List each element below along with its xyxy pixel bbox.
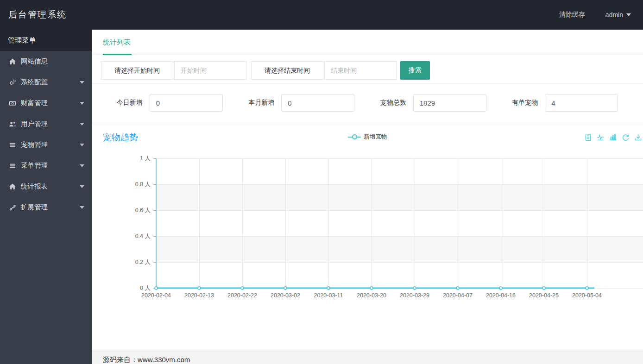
legend-item-new-pets[interactable]: 新增宠物: [92, 133, 643, 141]
end-date-input[interactable]: [324, 61, 397, 80]
stat-label: 有单宠物: [512, 99, 538, 107]
chevron-down-icon: [80, 102, 84, 105]
clear-cache-button[interactable]: 清除缓存: [559, 11, 585, 19]
tab-active-underline: [103, 54, 132, 55]
chart-plot: 1 人0.8 人0.6 人0.4 人0.2 人0 人2020-02-042020…: [92, 146, 643, 301]
list-icon: [8, 141, 17, 149]
x-axis-label: 2020-04-25: [523, 292, 565, 299]
home-icon: [8, 183, 17, 190]
money-icon: [8, 100, 17, 107]
stat-pet-total: 宠物总数: [367, 94, 499, 112]
chevron-down-icon: [80, 123, 84, 126]
stat-label: 本月新增: [248, 99, 274, 107]
sidebar-item-label: 宠物管理: [21, 140, 48, 149]
x-axis-label: 2020-03-20: [350, 292, 393, 299]
y-axis-label: 0.6 人: [92, 206, 151, 214]
end-date-picker: 请选择结束时间: [251, 61, 397, 80]
sidebar-item-site-info[interactable]: 网站信息: [0, 51, 92, 72]
users-icon: [8, 120, 17, 128]
sidebar-item-reports[interactable]: 统计报表: [0, 176, 92, 197]
x-axis-label: 2020-02-22: [221, 292, 264, 299]
chevron-down-icon: [80, 164, 84, 167]
x-axis-label: 2020-02-13: [178, 292, 221, 299]
restore-icon[interactable]: [622, 133, 630, 141]
sidebar-item-menus[interactable]: 菜单管理: [0, 155, 92, 176]
chart-toolbar: [584, 133, 642, 141]
x-axis-label: 2020-04-16: [479, 292, 522, 299]
start-date-label-button[interactable]: 请选择开始时间: [101, 61, 173, 80]
sidebar-item-system-config[interactable]: 系统配置: [0, 72, 92, 93]
app-title: 后台管理系统: [8, 9, 67, 21]
sidebar-item-pets[interactable]: 宠物管理: [0, 134, 92, 155]
chevron-down-icon: [626, 13, 631, 16]
data-view-icon[interactable]: [584, 133, 592, 141]
tab-statistics[interactable]: 统计列表: [103, 30, 131, 55]
y-axis-label: 0.2 人: [92, 258, 151, 266]
user-name: admin: [605, 11, 623, 19]
sidebar-item-label: 系统配置: [21, 78, 48, 87]
sidebar-item-label: 扩展管理: [21, 203, 48, 212]
y-axis-label: 0.4 人: [92, 232, 151, 240]
sidebar-item-wealth[interactable]: 财富管理: [0, 93, 92, 113]
gears-icon: [8, 79, 17, 86]
y-axis-label: 0 人: [92, 284, 151, 292]
chevron-down-icon: [80, 206, 84, 209]
download-icon[interactable]: [634, 133, 642, 141]
user-menu[interactable]: admin: [605, 11, 631, 19]
stat-pets-with-orders: 有单宠物: [499, 94, 631, 112]
wrench-icon: [8, 204, 17, 211]
end-date-label-button[interactable]: 请选择结束时间: [251, 61, 323, 80]
chart-header: 宠物趋势 新增宠物: [92, 130, 643, 146]
legend-label: 新增宠物: [364, 133, 387, 141]
footer: 源码来自：www.330vm.com: [92, 351, 643, 364]
start-date-input[interactable]: [174, 61, 246, 80]
stat-label: 宠物总数: [380, 99, 406, 107]
stat-label: 今日新增: [117, 99, 143, 107]
line-chart-icon[interactable]: [597, 133, 605, 141]
x-axis-label: 2020-02-04: [135, 292, 177, 299]
chevron-down-icon: [80, 144, 84, 146]
sidebar-item-label: 菜单管理: [21, 161, 48, 170]
tab-bar: 统计列表: [92, 30, 643, 55]
sidebar-item-extensions[interactable]: 扩展管理: [0, 197, 92, 218]
stat-today-new-input[interactable]: [150, 94, 223, 112]
legend-line-marker-icon: [348, 137, 361, 138]
chevron-down-icon: [80, 81, 84, 84]
stats-row: 今日新增 本月新增 宠物总数 有单宠物: [92, 84, 643, 123]
chevron-down-icon: [80, 185, 84, 188]
footer-text: 源码来自：www.330vm.com: [103, 351, 643, 364]
sidebar-item-label: 网站信息: [21, 57, 48, 66]
x-axis-label: 2020-03-11: [307, 292, 350, 299]
sidebar-header: 管理菜单: [0, 30, 92, 51]
search-button[interactable]: 搜索: [400, 61, 430, 80]
sidebar: 管理菜单 网站信息 系统配置 财富管理 用户管理: [0, 30, 92, 364]
sidebar-item-label: 财富管理: [21, 99, 48, 107]
sidebar-item-users[interactable]: 用户管理: [0, 113, 92, 134]
admin-app: 后台管理系统 清除缓存 admin 管理菜单 网站信息 系统配置: [0, 0, 643, 364]
stat-month-new: 本月新增: [236, 94, 368, 112]
stat-today-new: 今日新增: [104, 94, 236, 112]
y-axis-label: 0.8 人: [92, 180, 151, 188]
stat-pets-with-orders-input[interactable]: [545, 94, 618, 112]
y-axis-label: 1 人: [92, 154, 151, 163]
list-icon: [8, 162, 17, 169]
x-axis-label: 2020-03-02: [264, 292, 307, 299]
topbar: 后台管理系统 清除缓存 admin: [0, 0, 643, 30]
sidebar-item-label: 统计报表: [21, 182, 48, 191]
stat-pet-total-input[interactable]: [413, 94, 486, 112]
home-icon: [8, 58, 17, 65]
stat-month-new-input[interactable]: [281, 94, 354, 112]
x-axis-label: 2020-05-04: [566, 292, 608, 299]
x-axis-label: 2020-03-29: [393, 292, 436, 299]
x-axis-label: 2020-04-07: [436, 292, 479, 299]
filter-row: 请选择开始时间 请选择结束时间 搜索: [92, 55, 643, 84]
sidebar-item-label: 用户管理: [21, 119, 48, 128]
bar-chart-icon[interactable]: [609, 133, 617, 141]
start-date-picker: 请选择开始时间: [101, 61, 246, 80]
main-content: 统计列表 请选择开始时间 请选择结束时间 搜索 今日新增 本月新增: [92, 30, 643, 364]
